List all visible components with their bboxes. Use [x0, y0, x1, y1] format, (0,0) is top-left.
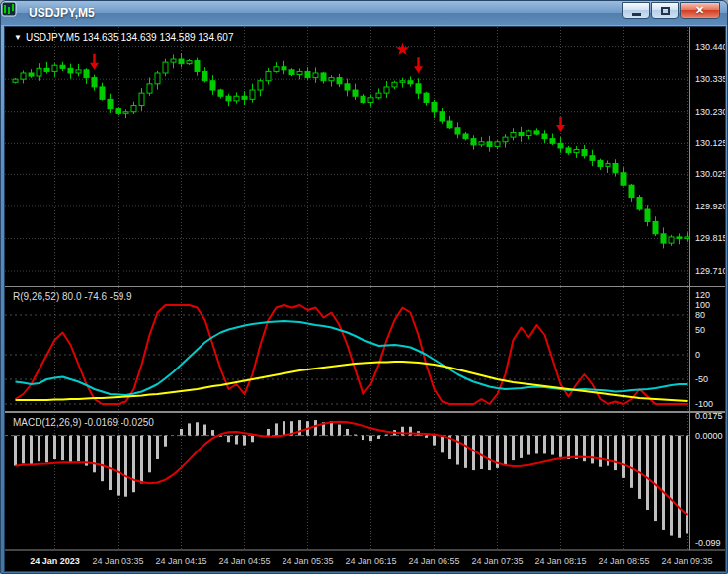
candle-body: [606, 163, 610, 166]
candle-body: [274, 67, 279, 72]
minimize-icon: [632, 13, 641, 16]
close-button[interactable]: ✕: [680, 2, 720, 19]
candle-body: [123, 112, 128, 114]
app-icon-image: [1, 1, 17, 17]
candle-body: [297, 71, 302, 74]
time-label: 24 Jan 2023: [30, 556, 80, 566]
candle-body: [60, 65, 65, 68]
price-label: 130.125: [695, 138, 726, 148]
candle-body: [234, 96, 239, 101]
candle-body: [637, 198, 642, 209]
window-controls: ✕: [622, 2, 720, 19]
candle-body: [76, 70, 81, 73]
candle-body: [376, 93, 381, 98]
candle-body: [669, 237, 674, 243]
candle-body: [100, 87, 105, 99]
candle-body: [179, 59, 184, 64]
candle-body: [108, 99, 113, 108]
candle-body: [503, 137, 508, 142]
candle-body: [384, 87, 389, 93]
price-label: 130.230: [695, 107, 726, 117]
candle-body: [131, 106, 136, 112]
candle-body: [187, 61, 192, 64]
candle-body: [313, 73, 318, 78]
time-label: 24 Jan 04:55: [218, 556, 270, 566]
candle-body: [353, 90, 358, 96]
candle-body: [621, 173, 626, 185]
candle-body: [68, 68, 73, 73]
candle-body: [195, 61, 200, 72]
price-label: 130.335: [695, 74, 726, 84]
candle-body: [321, 73, 326, 81]
candle-body: [432, 102, 437, 111]
candle-body: [84, 70, 89, 78]
indicator-macd-label: MACD(12,26,9) -0.0169 -0.0250: [13, 417, 154, 428]
candle-body: [471, 139, 476, 145]
candle-body: [574, 150, 579, 153]
time-label: 24 Jan 09:35: [661, 556, 712, 566]
app-window: USDJPY,M5 ✕ ▼USDJPY,M5 134.635 134.639 1…: [0, 0, 728, 574]
candle-body: [598, 160, 603, 166]
oscillator-scale-label: -100: [695, 399, 713, 409]
candle-body: [44, 68, 49, 71]
candle-body: [487, 142, 492, 147]
time-label: 24 Jan 06:55: [408, 556, 459, 566]
candle-body: [147, 84, 152, 93]
candle-body: [645, 209, 650, 221]
price-label: 129.920: [695, 202, 726, 211]
candle-body: [368, 98, 373, 103]
candle-body: [511, 132, 516, 137]
time-label: 24 Jan 06:15: [345, 556, 396, 566]
candle-body: [392, 82, 397, 87]
app-icon: [8, 5, 24, 21]
candle-body: [447, 121, 452, 128]
candle-body: [282, 67, 286, 70]
chart-area[interactable]: ▼USDJPY,M5 134.635 134.639 134.589 134.6…: [4, 26, 726, 572]
candle-body: [558, 143, 563, 148]
candle-body: [653, 221, 658, 233]
candle-body: [613, 163, 618, 172]
macd-scale-label: 0.0000: [695, 431, 723, 441]
candle-body: [519, 132, 524, 135]
candle-body: [345, 84, 350, 90]
sell-arrow-head-icon: [414, 66, 423, 73]
candle-body: [116, 109, 121, 114]
oscillator-scale-label: 50: [695, 325, 705, 335]
candle-body: [250, 90, 255, 99]
candle-body: [266, 71, 271, 80]
ohlc-readout: USDJPY,M5 134.635 134.639 134.589 134.60…: [26, 32, 234, 42]
maximize-button[interactable]: [651, 2, 679, 19]
candle-body: [171, 59, 176, 62]
candle-body: [218, 90, 223, 96]
sell-arrow-head-icon: [90, 63, 99, 70]
price-label: 130.440: [695, 42, 726, 52]
candle-body: [479, 142, 484, 145]
candle-body: [542, 134, 547, 139]
candle-body: [289, 70, 294, 75]
candle-body: [329, 78, 334, 81]
candle-body: [29, 73, 34, 76]
candle-body: [416, 84, 421, 93]
candle-body: [661, 234, 666, 243]
macd-scale-label: 0.0175: [695, 411, 723, 421]
candle-body: [52, 65, 57, 71]
title-bar[interactable]: USDJPY,M5 ✕: [1, 1, 727, 25]
candle-body: [242, 96, 247, 99]
macd-scale-label: -0.099: [695, 538, 721, 548]
symbol-dropdown-icon[interactable]: ▼: [14, 33, 22, 41]
candle-body: [424, 93, 429, 102]
candle-body: [21, 73, 26, 79]
candle-body: [155, 73, 160, 84]
oscillator-scale-label: 80: [695, 310, 705, 320]
candle-body: [463, 134, 468, 139]
oscillator-scale-label: 0: [695, 350, 700, 360]
candle-body: [361, 96, 365, 102]
chart-info: ▼USDJPY,M5 134.635 134.639 134.589 134.6…: [14, 32, 233, 42]
candle-body: [13, 79, 18, 82]
candle-body: [202, 71, 207, 80]
candle-body: [566, 148, 571, 153]
maximize-icon: [661, 7, 670, 15]
window-title: USDJPY,M5: [29, 6, 95, 20]
minimize-button[interactable]: [622, 2, 650, 19]
time-label: 24 Jan 05:35: [282, 556, 333, 566]
